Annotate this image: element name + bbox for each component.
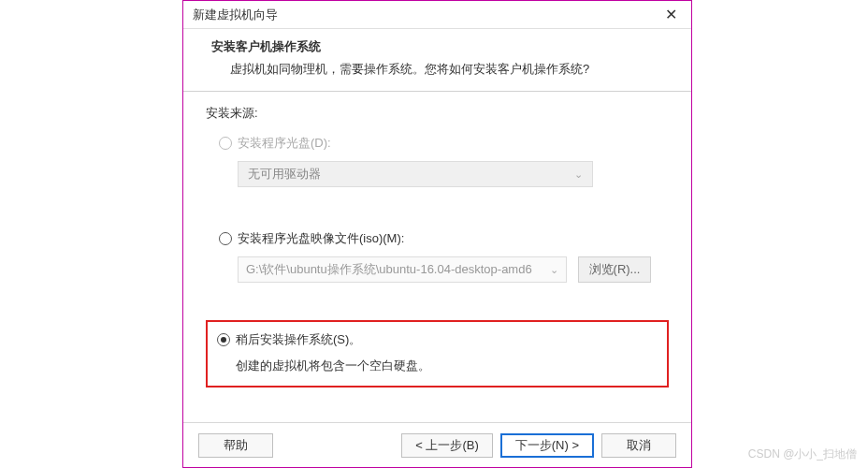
browse-button: 浏览(R)... [578, 256, 651, 283]
wizard-dialog: 新建虚拟机向导 ✕ 安装客户机操作系统 虚拟机如同物理机，需要操作系统。您将如何… [182, 0, 692, 468]
watermark-text: CSDN @小小_扫地僧 [748, 446, 857, 462]
wizard-content: 安装来源: 安装程序光盘(D): 无可用驱动器 ⌄ 安装程序光盘映像文件(iso… [183, 92, 691, 422]
radio-disc-label: 安装程序光盘(D): [238, 135, 331, 152]
back-button[interactable]: < 上一步(B) [401, 433, 493, 458]
chevron-down-icon: ⌄ [550, 264, 558, 276]
radio-disc: 安装程序光盘(D): [219, 135, 669, 152]
radio-later-input[interactable] [217, 333, 230, 346]
option-disc-group: 安装程序光盘(D): 无可用驱动器 ⌄ [206, 135, 669, 187]
wizard-header: 安装客户机操作系统 虚拟机如同物理机，需要操作系统。您将如何安装客户机操作系统? [183, 29, 691, 92]
titlebar: 新建虚拟机向导 ✕ [183, 1, 691, 29]
radio-later-desc: 创建的虚拟机将包含一个空白硬盘。 [236, 358, 656, 374]
drive-select: 无可用驱动器 ⌄ [238, 161, 593, 187]
chevron-down-icon: ⌄ [574, 168, 583, 181]
close-icon[interactable]: ✕ [659, 4, 682, 26]
radio-later[interactable]: 稍后安装操作系统(S)。 [217, 331, 656, 348]
radio-iso-input[interactable] [219, 232, 232, 245]
header-title: 安装客户机操作系统 [211, 38, 663, 55]
radio-disc-input [219, 137, 232, 150]
install-source-label: 安装来源: [206, 105, 669, 122]
help-button[interactable]: 帮助 [198, 433, 273, 458]
selected-option-highlight: 稍后安装操作系统(S)。 创建的虚拟机将包含一个空白硬盘。 [206, 320, 669, 388]
iso-path-input: G:\软件\ubuntu操作系统\ubuntu-16.04-desktop-am… [238, 256, 567, 283]
wizard-footer: 帮助 < 上一步(B) 下一步(N) > 取消 [183, 422, 691, 467]
radio-later-label: 稍后安装操作系统(S)。 [236, 331, 361, 348]
drive-select-text: 无可用驱动器 [248, 166, 321, 183]
option-iso-group: 安装程序光盘映像文件(iso)(M): G:\软件\ubuntu操作系统\ubu… [206, 230, 669, 283]
header-subtitle: 虚拟机如同物理机，需要操作系统。您将如何安装客户机操作系统? [211, 61, 663, 78]
next-button[interactable]: 下一步(N) > [500, 433, 594, 458]
radio-iso-label: 安装程序光盘映像文件(iso)(M): [238, 230, 404, 247]
radio-iso[interactable]: 安装程序光盘映像文件(iso)(M): [219, 230, 669, 247]
window-title: 新建虚拟机向导 [193, 7, 278, 23]
cancel-button[interactable]: 取消 [601, 433, 676, 458]
